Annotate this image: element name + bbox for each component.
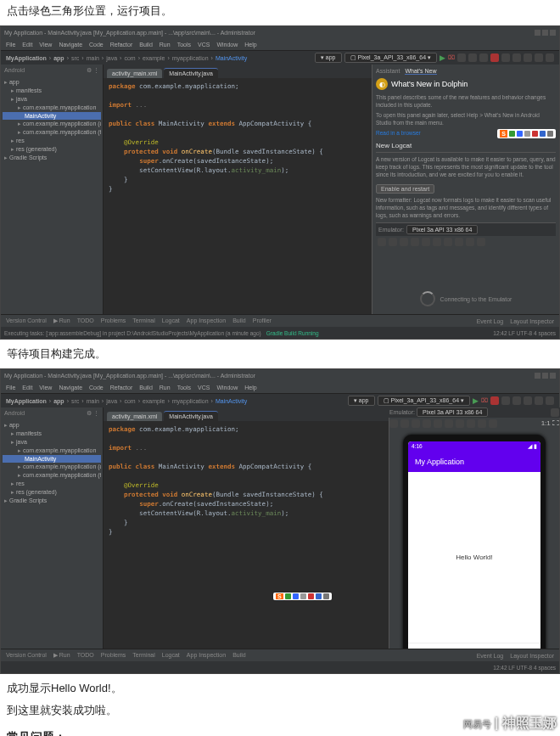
menu-edit[interactable]: Edit	[22, 42, 32, 48]
bt-appinsp[interactable]: App Inspection	[187, 317, 226, 324]
menu-tools[interactable]: Tools	[177, 42, 191, 48]
min-icon[interactable]	[535, 373, 540, 379]
bt-profiler[interactable]: Profiler	[253, 317, 272, 324]
tree-app[interactable]: app	[3, 78, 101, 87]
code-area[interactable]: package com.example.myapplication; impor…	[104, 78, 372, 197]
profile-icon[interactable]	[468, 53, 477, 62]
device-select[interactable]: ▢ Pixel_3a_API_33_x86_64 ▾	[378, 396, 470, 406]
bt-layoutinsp[interactable]: Layout Inspector	[510, 318, 554, 324]
tree-manifests[interactable]: manifests	[3, 87, 101, 95]
menu-navigate[interactable]: Navigate	[59, 42, 82, 48]
emu-overview-icon[interactable]	[455, 238, 463, 246]
tree-pkg[interactable]: com.example.myapplication	[3, 104, 101, 112]
run-config-select[interactable]: ▾ app	[348, 396, 375, 406]
max-icon[interactable]	[542, 373, 548, 379]
menu-window[interactable]: Window	[216, 42, 238, 48]
close-icon[interactable]	[550, 30, 556, 36]
bt-logcat[interactable]: Logcat	[162, 317, 180, 324]
faq-heading: 常见问题：	[0, 727, 560, 736]
sync-icon[interactable]	[501, 53, 510, 62]
emu-home-icon[interactable]	[444, 238, 452, 246]
emu-back-icon[interactable]	[445, 419, 453, 428]
bt-terminal[interactable]: Terminal	[132, 317, 154, 324]
tree-java[interactable]: java	[3, 95, 101, 104]
menu-refactor[interactable]: Refactor	[110, 42, 132, 48]
bt-run[interactable]: ▶ Run	[53, 317, 70, 324]
menubar[interactable]: File Edit View Navigate Code Refactor Bu…	[1, 38, 559, 51]
project-tree[interactable]: app manifests java com.example.myapplica…	[1, 76, 103, 164]
emu-volup-icon[interactable]	[389, 238, 397, 246]
debug-icon[interactable]: ⌧	[448, 54, 455, 61]
max-icon[interactable]	[542, 30, 548, 36]
sdk-icon[interactable]	[524, 396, 532, 405]
tree-res[interactable]: res	[3, 137, 101, 145]
close-icon[interactable]	[550, 373, 556, 379]
search-icon[interactable]	[535, 396, 543, 405]
bt-problems[interactable]: Problems	[101, 317, 126, 324]
sdk-icon[interactable]	[524, 53, 532, 62]
title-text: My Application - MainActivity.java [My_A…	[4, 30, 255, 36]
menu-build[interactable]: Build	[139, 42, 153, 48]
sync-icon[interactable]	[501, 396, 510, 405]
emu-voldown-icon[interactable]	[412, 419, 420, 428]
run-config-select[interactable]: ▾ app	[315, 53, 342, 63]
emu-home-icon[interactable]	[456, 419, 464, 428]
menu-help[interactable]: Help	[244, 42, 256, 48]
settings-icon[interactable]	[546, 396, 554, 405]
assistant-tab[interactable]: Assistant	[376, 68, 400, 75]
bt-vcs[interactable]: Version Control	[6, 317, 47, 324]
emu-rotleft-icon[interactable]	[423, 419, 431, 428]
bt-build[interactable]: Build	[232, 317, 246, 324]
avd-icon[interactable]	[512, 396, 521, 405]
code-area-2[interactable]: package com.example.myapplication; impor…	[104, 421, 389, 540]
menu-run[interactable]: Run	[160, 42, 171, 48]
emu-screenshot-icon[interactable]	[478, 419, 486, 428]
emu-more-icon[interactable]	[477, 238, 485, 246]
min-icon[interactable]	[535, 30, 540, 36]
project-sidebar-2: Android⚙ ⋮ app manifests java com.exampl…	[1, 407, 104, 662]
stop-icon[interactable]	[490, 396, 499, 405]
tree-pkg-test[interactable]: com.example.myapplication (test)	[3, 128, 101, 137]
search-icon[interactable]	[535, 53, 543, 62]
menu-code[interactable]: Code	[89, 42, 104, 48]
menubar-2[interactable]: File Edit View Navigate Code Refactor Bu…	[1, 381, 559, 394]
tree-gradle[interactable]: Gradle Scripts	[3, 154, 101, 162]
enable-restart-button[interactable]: Enable and restart	[376, 184, 434, 194]
device-select[interactable]: ▢ Pixel_3a_API_33_x86_64 ▾	[344, 53, 437, 63]
stop-icon[interactable]	[490, 53, 499, 62]
coverage-icon[interactable]	[457, 53, 466, 62]
bt-todo[interactable]: TODO	[77, 317, 94, 324]
emu-overview-icon[interactable]	[467, 419, 475, 428]
menu-vcs[interactable]: VCS	[198, 42, 210, 48]
tree-res-gen[interactable]: res (generated)	[3, 145, 101, 154]
whatsnew-tab[interactable]: What's New	[405, 68, 436, 75]
emu-power-icon[interactable]	[389, 419, 398, 428]
emu-device[interactable]: Pixel 3a API 33 x86 64	[406, 225, 478, 234]
menu-view[interactable]: View	[39, 42, 52, 48]
logcat-desc: A new version of Logcat is available to …	[376, 155, 556, 178]
read-browser-link[interactable]: Read in a browser	[376, 130, 421, 136]
run-icon[interactable]: ▶	[473, 396, 479, 405]
emu-volup-icon[interactable]	[400, 419, 409, 428]
avd-icon[interactable]	[512, 53, 521, 62]
bt-eventlog[interactable]: Event Log	[477, 318, 504, 324]
menu-file[interactable]: File	[6, 42, 15, 48]
tab-layout[interactable]: activity_main.xml	[107, 69, 162, 78]
tab-mainactivity[interactable]: MainActivity.java	[164, 68, 218, 78]
emu-back-icon[interactable]	[433, 238, 441, 246]
project-view-label[interactable]: Android	[4, 67, 25, 74]
emu-rotright-icon[interactable]	[434, 419, 442, 428]
emu-screenshot-icon[interactable]	[466, 238, 474, 246]
emu-voldown-icon[interactable]	[400, 238, 408, 246]
debug-icon[interactable]: ⌧	[481, 397, 488, 404]
emu-rotright-icon[interactable]	[422, 238, 430, 246]
emu-rotleft-icon[interactable]	[411, 238, 419, 246]
emu-zoom-icon[interactable]	[489, 419, 497, 428]
settings-icon[interactable]	[546, 53, 554, 62]
tree-mainactivity[interactable]: MainActivity	[3, 112, 101, 120]
emu-settings-icon[interactable]	[551, 408, 559, 417]
emu-power-icon[interactable]	[378, 238, 386, 246]
run-icon[interactable]: ▶	[440, 53, 445, 62]
attach-icon[interactable]	[479, 53, 488, 62]
tree-pkg-androidtest[interactable]: com.example.myapplication (androidTest)	[3, 120, 101, 128]
